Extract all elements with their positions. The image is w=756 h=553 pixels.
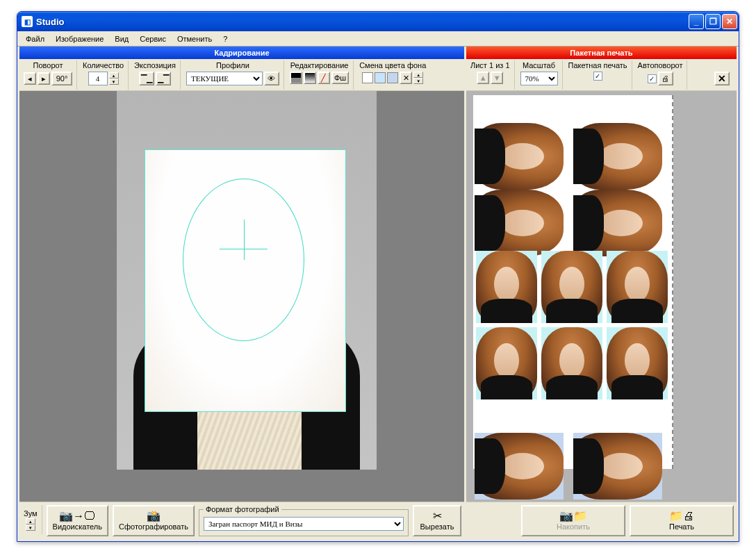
cropping-toolbar: Поворот ◂ ▸ 90° Количество ▲ ▼ bbox=[19, 59, 464, 91]
label-zoom: Зум bbox=[24, 509, 38, 518]
camera-folder-icon: 📷📁 bbox=[559, 511, 587, 522]
group-exposure: Экспозиция ▔▁ ▁▔ bbox=[133, 60, 181, 90]
thumbnail bbox=[541, 327, 602, 399]
app-title: Studio bbox=[36, 17, 687, 27]
bg-swatch-blue[interactable] bbox=[387, 72, 398, 83]
app-icon: ◧ bbox=[22, 16, 33, 27]
thumbnail bbox=[475, 190, 564, 256]
group-rotate: Поворот ◂ ▸ 90° bbox=[22, 60, 77, 90]
minimize-button[interactable]: _ bbox=[689, 14, 704, 29]
label-rotate: Поворот bbox=[33, 60, 63, 70]
group-quantity: Количество ▲ ▼ bbox=[81, 60, 129, 90]
menu-service[interactable]: Сервис bbox=[134, 31, 172, 46]
group-clear: ✕ bbox=[713, 60, 734, 90]
format-select[interactable]: Загран паспорт МИД и Визы bbox=[204, 517, 404, 531]
brush-button[interactable]: ╱ bbox=[318, 72, 330, 84]
app-window: ◧ Studio _ ❐ ✕ Файл Изображение Вид Серв… bbox=[17, 11, 739, 542]
clear-sheet-button[interactable]: ✕ bbox=[714, 72, 730, 85]
panel-cropping-header: Кадрирование bbox=[19, 47, 464, 59]
viewfinder-label: Видоискатель bbox=[53, 522, 102, 531]
viewfinder-button[interactable]: 📷→🖵 Видоискатель bbox=[47, 505, 108, 536]
profiles-eye-button[interactable]: 👁 bbox=[264, 72, 279, 85]
curves-button[interactable] bbox=[304, 72, 316, 84]
titlebar: ◧ Studio _ ❐ ✕ bbox=[17, 12, 739, 31]
profiles-select[interactable]: ТЕКУЩИЕ bbox=[186, 72, 263, 85]
batch-bottom-toolbar: 📷📁 Накопить 📁🖨 Печать bbox=[466, 502, 737, 539]
cut-label: Вырезать bbox=[420, 522, 454, 531]
print-button[interactable]: 📁🖨 Печать bbox=[630, 505, 734, 536]
panel-batch-print: Пакетная печать Лист 1 из 1 ▲ ▼ Масштаб … bbox=[466, 47, 737, 539]
panel-batch-header: Пакетная печать bbox=[466, 47, 737, 59]
menu-help[interactable]: ? bbox=[217, 31, 233, 46]
print-preview-canvas[interactable] bbox=[466, 91, 737, 502]
main-canvas[interactable] bbox=[19, 91, 464, 502]
sheet-prev-button[interactable]: ▲ bbox=[477, 72, 489, 84]
crosshair-v bbox=[244, 220, 245, 260]
label-bgcolor: Смена цвета фона bbox=[359, 60, 426, 70]
menu-undo[interactable]: Отменить bbox=[172, 31, 217, 46]
face-oval-guide bbox=[183, 179, 304, 341]
print-label: Печать bbox=[669, 522, 694, 531]
bg-swatch-lightblue[interactable] bbox=[375, 72, 386, 83]
levels-button[interactable] bbox=[290, 72, 302, 84]
batch-toolbar: Лист 1 из 1 ▲ ▼ Масштаб 70% Пакетная bbox=[466, 59, 737, 91]
rotate-angle[interactable]: 90° bbox=[51, 72, 72, 85]
bg-swatch-white[interactable] bbox=[362, 72, 373, 83]
group-batch: Пакетная печать ✓ bbox=[567, 60, 632, 90]
scissors-icon: ✂ bbox=[433, 511, 442, 522]
exposure-up-button[interactable]: ▁▔ bbox=[156, 72, 171, 85]
shoot-label: Сфотографировать bbox=[119, 522, 188, 531]
label-profiles: Профили bbox=[216, 60, 249, 70]
exposure-down-button[interactable]: ▔▁ bbox=[139, 72, 154, 85]
maximize-button[interactable]: ❐ bbox=[705, 14, 721, 29]
group-editing: Редактирование ╱ Фш bbox=[288, 60, 354, 90]
thumbnail bbox=[475, 123, 564, 190]
chevron-up-icon[interactable]: ▲ bbox=[413, 72, 423, 78]
rotate-right-button[interactable]: ▸ bbox=[38, 72, 50, 85]
menubar: Файл Изображение Вид Сервис Отменить ? bbox=[17, 31, 739, 47]
label-quantity: Количество bbox=[83, 60, 124, 70]
scale-select[interactable]: 70% bbox=[520, 72, 558, 85]
crosshair-h bbox=[220, 249, 268, 249]
thumbnail bbox=[476, 251, 537, 323]
chevron-down-icon[interactable]: ▼ bbox=[413, 78, 423, 84]
zoom-spinner[interactable]: ▲ ▼ bbox=[26, 518, 35, 531]
camera-monitor-icon: 📷→🖵 bbox=[59, 511, 95, 522]
format-legend: Формат фотографий bbox=[204, 505, 281, 513]
quantity-spinner[interactable]: ▲ ▼ bbox=[109, 72, 119, 85]
menu-image[interactable]: Изображение bbox=[50, 31, 109, 46]
format-fieldset: Формат фотографий Загран паспорт МИД и В… bbox=[199, 505, 409, 536]
chevron-down-icon[interactable]: ▼ bbox=[26, 525, 35, 531]
accumulate-label: Накопить bbox=[557, 522, 590, 531]
batch-checkbox[interactable]: ✓ bbox=[593, 72, 602, 81]
rotate-left-button[interactable]: ◂ bbox=[24, 72, 36, 85]
menu-view[interactable]: Вид bbox=[109, 31, 134, 46]
thumbnail bbox=[476, 327, 537, 399]
cut-button[interactable]: ✂ Вырезать bbox=[413, 505, 461, 536]
thumbnail bbox=[541, 251, 602, 323]
close-button[interactable]: ✕ bbox=[722, 14, 737, 29]
menu-file[interactable]: Файл bbox=[20, 31, 50, 46]
chevron-up-icon[interactable]: ▲ bbox=[109, 72, 119, 79]
photoshop-button[interactable]: Фш bbox=[331, 72, 349, 84]
print-settings-button[interactable]: 🖨 bbox=[658, 72, 673, 85]
camera-capture-icon: 📸 bbox=[147, 511, 161, 522]
chevron-up-icon[interactable]: ▲ bbox=[26, 518, 35, 525]
label-sheet: Лист 1 из 1 bbox=[470, 60, 510, 70]
shoot-button[interactable]: 📸 Сфотографировать bbox=[113, 505, 195, 536]
thumbnail bbox=[573, 190, 662, 256]
bg-spinner[interactable]: ▲ ▼ bbox=[413, 72, 423, 84]
autorot-checkbox[interactable]: ✓ bbox=[648, 74, 657, 83]
group-bgcolor: Смена цвета фона ✕ ▲ ▼ bbox=[358, 60, 430, 90]
accumulate-button[interactable]: 📷📁 Накопить bbox=[521, 505, 625, 536]
group-scale: Масштаб 70% bbox=[519, 60, 563, 90]
panel-cropping: Кадрирование Поворот ◂ ▸ 90° Количество bbox=[19, 47, 464, 539]
bg-clear-button[interactable]: ✕ bbox=[400, 72, 412, 84]
chevron-down-icon[interactable]: ▼ bbox=[109, 79, 119, 85]
sheet-next-button[interactable]: ▼ bbox=[491, 72, 503, 84]
quantity-input[interactable] bbox=[88, 72, 108, 85]
label-batch: Пакетная печать bbox=[568, 60, 627, 70]
group-autorot: Автоповорот ✓ 🖨 bbox=[636, 60, 688, 90]
preview-sheet bbox=[473, 95, 673, 469]
label-scale: Масштаб bbox=[523, 60, 555, 70]
